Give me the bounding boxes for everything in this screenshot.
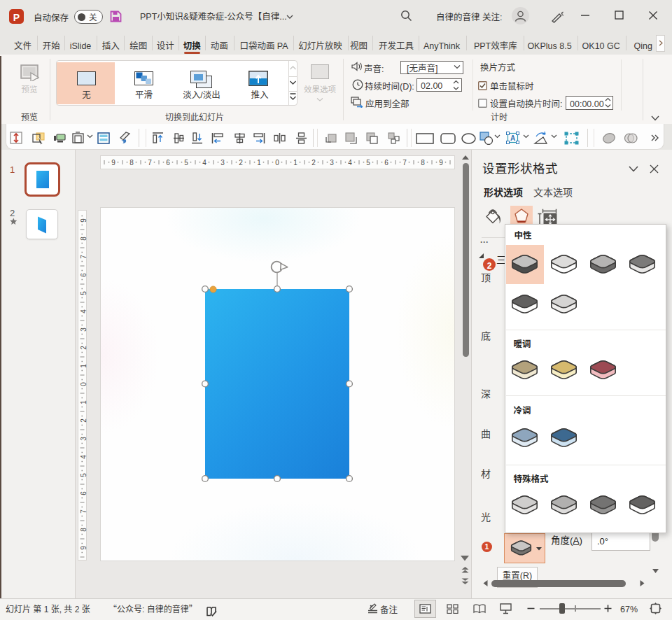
svg-text:9: 9 [439, 159, 443, 167]
svg-text:8: 8 [80, 237, 87, 241]
svg-text:9: 9 [80, 218, 87, 223]
svg-text:4: 4 [80, 309, 87, 313]
svg-text:7: 7 [80, 255, 87, 259]
svg-text:4: 4 [202, 159, 206, 167]
svg-text:1: 1 [80, 364, 87, 368]
svg-text:3: 3 [330, 159, 334, 167]
svg-text:6: 6 [80, 273, 87, 277]
svg-text:5: 5 [80, 473, 87, 477]
svg-text:5: 5 [366, 159, 370, 167]
svg-text:0: 0 [80, 382, 87, 386]
svg-text:8: 8 [130, 159, 134, 167]
svg-text:1: 1 [80, 400, 87, 404]
svg-text:0: 0 [275, 159, 279, 167]
svg-text:9: 9 [80, 546, 87, 550]
svg-text:6: 6 [384, 159, 388, 167]
svg-text:7: 7 [402, 159, 407, 167]
svg-text:7: 7 [148, 159, 152, 167]
svg-text:4: 4 [80, 455, 87, 459]
svg-text:5: 5 [80, 291, 87, 295]
svg-text:3: 3 [220, 159, 225, 167]
svg-text:1: 1 [257, 159, 261, 167]
svg-text:3: 3 [80, 437, 87, 441]
svg-text:A: A [510, 134, 515, 142]
svg-text:7: 7 [80, 509, 87, 514]
svg-text:2: 2 [239, 159, 243, 167]
svg-text:3: 3 [80, 327, 87, 332]
svg-text:9: 9 [111, 159, 115, 167]
svg-text:8: 8 [421, 159, 425, 167]
svg-text:2: 2 [80, 346, 87, 350]
svg-text:8: 8 [80, 528, 87, 532]
svg-text:2: 2 [80, 418, 87, 423]
svg-text:2: 2 [312, 159, 316, 167]
svg-text:5: 5 [184, 159, 188, 167]
svg-text:1: 1 [293, 159, 298, 167]
svg-text:6: 6 [80, 491, 87, 495]
svg-text:6: 6 [166, 159, 170, 167]
svg-text:4: 4 [348, 159, 352, 167]
